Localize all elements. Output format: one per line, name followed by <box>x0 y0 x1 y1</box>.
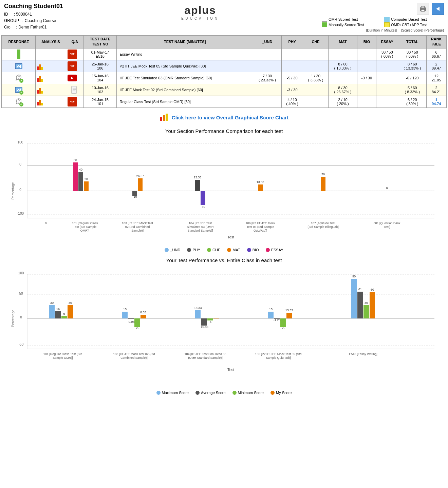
chart1-title: Your Section Performance Comparison for … <box>3 128 445 134</box>
svg-text:(OMR Standard Sample)]: (OMR Standard Sample)] <box>188 356 223 359</box>
bar-mat-103 <box>138 178 143 191</box>
chart2-title: Your Test Performance vs. Entire Class i… <box>3 257 445 263</box>
bar-icon-graphic <box>160 112 169 123</box>
svg-text:0: 0 <box>19 188 21 192</box>
print-icon[interactable] <box>417 3 429 15</box>
rank-cell: 289.47 <box>427 60 446 72</box>
col-testdate: TEST DATETEST NO <box>83 36 117 48</box>
svg-text:-1.25: -1.25 <box>274 318 281 322</box>
essay-dot <box>266 248 270 252</box>
bar-mat-107 <box>321 177 325 191</box>
table-row: PDF 01-May-17E516 Essay Writing 30 / 50(… <box>2 48 446 60</box>
bar-min-e516 <box>363 305 369 318</box>
response-cell <box>2 60 36 72</box>
top-right: OMR Scored Test Computer Based Test Manu… <box>322 3 444 32</box>
cbt-box <box>384 17 390 22</box>
legend-avg: Average Score <box>195 391 226 395</box>
svg-text:103 [IIT JEE Mock Test: 103 [IIT JEE Mock Test <box>122 221 153 225</box>
phy-cell: 4 / 10( 40% ) <box>282 96 303 108</box>
total-cell: 6 / 20( 30% ) <box>398 96 427 108</box>
svg-rect-1 <box>421 6 425 8</box>
svg-text:0: 0 <box>386 187 388 190</box>
svg-text:-20: -20 <box>281 326 285 330</box>
phy-label: PHY <box>192 248 200 252</box>
legend-mat: MAT <box>227 248 240 252</box>
rank-cell: 194.74 <box>427 96 446 108</box>
col-phy: PHY <box>282 36 303 48</box>
svg-text:OMR)]: OMR)] <box>80 229 90 232</box>
pdf-icon[interactable]: PDF <box>68 50 77 59</box>
col-total: TOTAL <box>398 36 427 48</box>
bio-cell: -9 / 30 <box>357 72 376 84</box>
col-bio: BIO <box>357 36 376 48</box>
avg-label: Average Score <box>201 391 226 395</box>
legend-cbt: Computer Based Test <box>384 17 444 22</box>
testname-cell: IIT JEE Mock Test 02 (Std Combined Sampl… <box>117 84 253 96</box>
total-cell: -6 / 120 <box>398 72 427 84</box>
svg-text:100: 100 <box>18 271 24 275</box>
doc-icon[interactable] <box>68 86 82 94</box>
svg-text:104 [IIT JEE Test: 104 [IIT JEE Test <box>189 221 212 225</box>
mat-cell: 8 / 30( 26.67% ) <box>329 84 357 96</box>
graphical-link-anchor[interactable]: Click here to view Overall Graphical Sco… <box>160 112 288 123</box>
bar-und-104 <box>195 180 200 191</box>
graphical-link-text: Click here to view Overall Graphical Sco… <box>172 115 288 120</box>
svg-text:61: 61 <box>358 288 362 291</box>
svg-text:0: 0 <box>45 221 46 225</box>
svg-text:(Std Sample Bilingual)]: (Std Sample Bilingual)] <box>307 225 339 229</box>
svg-rect-2 <box>421 9 425 11</box>
bar-my-e516 <box>370 292 375 318</box>
che-cell <box>303 48 329 60</box>
pdf-icon[interactable]: PDF <box>68 61 77 71</box>
svg-line-15 <box>16 102 17 104</box>
back-icon[interactable] <box>432 3 444 15</box>
svg-point-16 <box>18 99 19 100</box>
svg-text:30: 30 <box>321 173 325 176</box>
qa-cell <box>66 84 83 96</box>
green-bar <box>17 50 20 59</box>
bar-max-e516 <box>351 279 357 318</box>
svg-rect-17 <box>160 117 162 121</box>
svg-text:Test: Test <box>227 368 234 372</box>
bar-chart-icon <box>37 74 64 82</box>
response-icon[interactable]: ✓ <box>14 85 23 95</box>
response-icon[interactable]: ✓ <box>14 73 23 83</box>
bio-label: BIO <box>253 248 259 252</box>
col-essay: ESSAY <box>376 36 398 48</box>
youtube-icon[interactable]: ▶ <box>68 75 77 81</box>
id-value: : 5000041 <box>14 12 32 17</box>
pdf-icon[interactable]: PDF <box>68 97 77 106</box>
svg-text:-5: -5 <box>209 320 211 324</box>
graphical-link[interactable]: Click here to view Overall Graphical Sco… <box>0 112 448 123</box>
und-cell <box>253 96 281 108</box>
date-cell: 10-Jan-16103 <box>83 84 117 96</box>
svg-text:101 [Regular Class Test (Std: 101 [Regular Class Test (Std <box>43 352 82 356</box>
analysis-cell <box>35 48 66 60</box>
bar-avg-e516 <box>357 292 363 318</box>
legend-bio: BIO <box>247 248 259 252</box>
svg-text:Standard Sample)]: Standard Sample)] <box>187 229 213 232</box>
und-dot <box>165 248 169 252</box>
phy-cell: -5 / 30 <box>282 72 303 84</box>
bar-my-106 <box>286 313 292 318</box>
svg-text:-100: -100 <box>17 212 24 215</box>
response-icon[interactable] <box>14 61 23 71</box>
bio-cell <box>357 96 376 108</box>
svg-text:101 [Regular Class: 101 [Regular Class <box>72 221 98 225</box>
svg-text:15: 15 <box>269 308 273 311</box>
und-label: _UND <box>170 248 180 252</box>
und-cell <box>253 48 281 60</box>
response-cell <box>2 48 36 60</box>
response-icon[interactable]: ✓ <box>14 97 23 106</box>
omr-box <box>322 17 327 22</box>
col-response: RESPONSE <box>2 36 36 48</box>
svg-text:18.33: 18.33 <box>194 306 202 310</box>
svg-text:Test 05 (Std Sample: Test 05 (Std Sample <box>246 225 274 229</box>
bar-avg-101 <box>55 311 61 318</box>
qa-cell: PDF <box>66 48 83 60</box>
und-cell <box>253 60 281 72</box>
my-dot <box>270 391 275 395</box>
svg-text:Test (Std Sample: Test (Std Sample <box>73 225 97 229</box>
col-rank: RANK%ILE <box>427 36 446 48</box>
bar-my-103 <box>141 315 146 318</box>
